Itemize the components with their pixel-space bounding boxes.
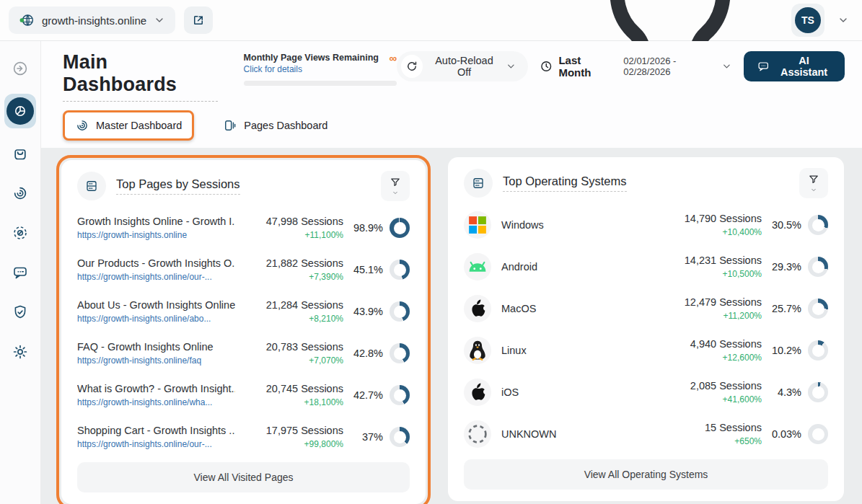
top-pages-card: Top Pages by Sessions Growth Insights On…: [61, 160, 426, 504]
page-title-text: Shopping Cart - Growth Insights ...: [77, 425, 235, 436]
filter-button[interactable]: [381, 171, 410, 201]
pageviews-details-link[interactable]: Click for details: [244, 64, 379, 74]
os-name: Android: [501, 261, 654, 273]
page-row[interactable]: What is Growth? - Growth Insight... http…: [77, 374, 410, 416]
sidebar-item[interactable]: [4, 94, 36, 128]
os-row[interactable]: Linux 4,940 Sessions +12,600% 10.2%: [464, 330, 828, 371]
ai-assistant-label: AI Assistant: [776, 55, 832, 78]
os-list: Windows 14,790 Sessions +10,400% 30.5%: [464, 203, 828, 459]
sessions-count: 21,284 Sessions: [235, 299, 343, 311]
percent-label: 30.5%: [772, 219, 801, 231]
sessions-change: +41,600%: [654, 394, 762, 404]
topbar: growth-insights.online TS: [0, 0, 862, 41]
sessions-change: +8,210%: [235, 314, 343, 324]
page-row[interactable]: Growth Insights Online - Growth I... htt…: [77, 207, 410, 249]
sessions-change: +18,100%: [235, 397, 343, 407]
sidebar-item[interactable]: [4, 337, 36, 366]
filter-button[interactable]: [799, 168, 828, 198]
pages-icon: [223, 118, 237, 133]
page-title-text: Our Products - Growth Insights O...: [77, 257, 235, 269]
os-row[interactable]: UNKNOWN 15 Sessions +650% 0.03%: [464, 413, 828, 455]
sidebar-item[interactable]: [4, 139, 36, 168]
os-row[interactable]: Android 14,231 Sessions +10,500% 29.3%: [464, 246, 828, 288]
radar-icon: [75, 118, 89, 133]
view-all-pages-button[interactable]: View All Visited Pages: [77, 462, 410, 492]
record-icon: [12, 224, 29, 242]
os-name: Windows: [501, 219, 654, 231]
page-row[interactable]: Our Products - Growth Insights O... http…: [77, 249, 410, 291]
chat-icon: [12, 264, 29, 281]
chevron-down-icon: [721, 61, 732, 72]
auto-reload-label: Auto-Reload Off: [430, 55, 498, 78]
os-row[interactable]: MacOS 12,479 Sessions +11,200% 25.7%: [464, 288, 828, 330]
chevron-down-icon: [506, 61, 516, 72]
percent-donut: [390, 301, 410, 322]
radar-icon: [12, 185, 29, 202]
clock-icon: [540, 59, 553, 74]
page-url-link[interactable]: https://growth-insights.online/our-...: [77, 439, 235, 449]
os-name: MacOS: [501, 303, 654, 314]
sessions-change: +12,600%: [654, 353, 762, 363]
os-name: UNKNOWN: [501, 428, 654, 440]
sidebar-item[interactable]: [4, 218, 36, 247]
sessions-count: 17,975 Sessions: [235, 425, 343, 436]
percent-donut: [390, 427, 410, 447]
percent-label: 42.7%: [353, 389, 383, 401]
filter-funnel-icon: [389, 176, 402, 189]
page-url-link[interactable]: https://growth-insights.online/our-...: [77, 272, 235, 282]
open-site-button[interactable]: [184, 6, 213, 34]
database-icon: [471, 176, 485, 190]
dashboard-tab[interactable]: Master Dashboard: [63, 110, 194, 141]
view-all-os-button[interactable]: View All Operating Systems: [464, 459, 828, 490]
card-title[interactable]: Top Operating Systems: [503, 174, 627, 192]
sessions-change: +11,100%: [235, 230, 343, 240]
os-row[interactable]: iOS 2,085 Sessions +41,600% 4.3%: [464, 371, 828, 413]
page-url-link[interactable]: https://growth-insights.online/faq: [77, 355, 235, 366]
tab-label: Pages Dashboard: [244, 120, 327, 131]
domain-name: growth-insights.online: [42, 14, 146, 27]
pages-list: Growth Insights Online - Growth I... htt…: [77, 205, 410, 462]
period-label: Last Month: [558, 54, 612, 79]
shield-icon: [12, 304, 29, 321]
page-url-link[interactable]: https://growth-insights.online/abo...: [77, 314, 235, 324]
ai-assistant-button[interactable]: AI Assistant: [744, 51, 845, 81]
sidebar-item[interactable]: [4, 179, 36, 208]
page-url-link[interactable]: https://growth-insights.online: [77, 230, 235, 240]
sessions-count: 20,783 Sessions: [235, 341, 343, 353]
percent-label: 25.7%: [772, 303, 801, 314]
account-menu[interactable]: TS: [791, 4, 824, 37]
tab-label: Master Dashboard: [96, 120, 182, 131]
domain-selector[interactable]: growth-insights.online: [9, 6, 175, 34]
apple-icon: [464, 295, 491, 322]
date-range-picker[interactable]: 02/01/2026 - 02/28/2026: [623, 56, 731, 77]
os-row[interactable]: Windows 14,790 Sessions +10,400% 30.5%: [464, 204, 828, 246]
card-title[interactable]: Top Pages by Sessions: [116, 177, 240, 195]
page-url-link[interactable]: https://growth-insights.online/wha...: [77, 397, 235, 407]
percent-donut: [808, 215, 828, 235]
sidebar-item[interactable]: [4, 258, 36, 287]
pageviews-quota: ∞: [390, 53, 397, 63]
sessions-change: +7,070%: [235, 355, 343, 366]
page-title: Main Dashboards: [63, 51, 218, 102]
percent-label: 43.9%: [353, 306, 383, 317]
sidebar-item[interactable]: [4, 54, 36, 83]
sessions-count: 20,745 Sessions: [235, 383, 343, 394]
refresh-icon: [405, 60, 418, 73]
pageviews-remaining-widget[interactable]: Monthly Page Views Remaining Click for d…: [244, 51, 397, 86]
site-globe-icon: [19, 12, 35, 28]
annotation-highlight-box: Top Pages by Sessions Growth Insights On…: [56, 155, 431, 504]
chevron-down-icon: [809, 187, 818, 193]
pie-icon: [6, 97, 34, 125]
page-row[interactable]: About Us - Growth Insights Online https:…: [77, 291, 410, 332]
sessions-change: +7,390%: [235, 272, 343, 282]
page-row[interactable]: Shopping Cart - Growth Insights ... http…: [77, 416, 410, 458]
auto-reload-dropdown[interactable]: Auto-Reload Off: [397, 51, 528, 81]
account-chevron-down-icon[interactable]: [837, 14, 849, 26]
dashboard-tab[interactable]: Pages Dashboard: [213, 112, 338, 138]
sessions-count: 4,940 Sessions: [654, 338, 762, 350]
page-row[interactable]: FAQ - Growth Insights Online https://gro…: [77, 332, 410, 374]
sessions-change: +99,800%: [235, 439, 343, 449]
sessions-count: 14,790 Sessions: [654, 213, 762, 224]
sidebar-item[interactable]: [4, 298, 36, 327]
linux-icon: [464, 337, 491, 364]
